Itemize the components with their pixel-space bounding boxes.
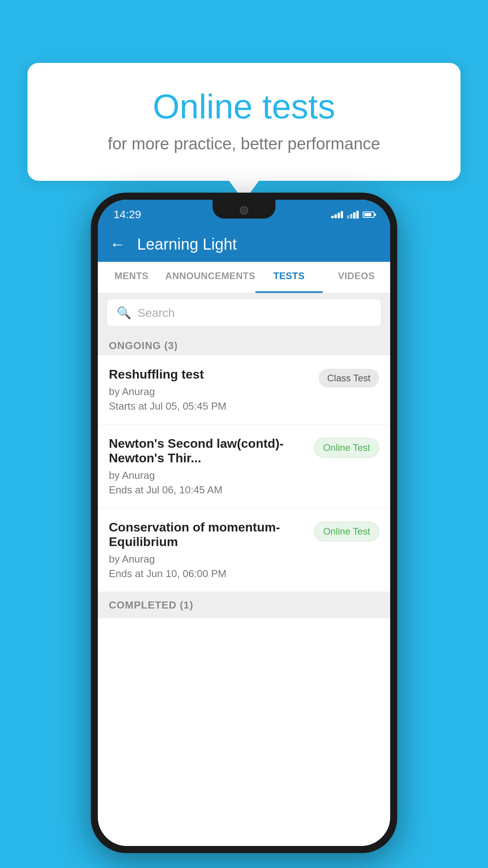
battery-icon [363,211,374,218]
phone-notch [213,200,275,219]
tab-bar: MENTS ANNOUNCEMENTS TESTS VIDEOS [98,262,390,293]
test-info-reshuffling: Reshuffling test by Anurag Starts at Jul… [109,367,319,412]
app-title: Learning Light [137,235,237,253]
status-time: 14:29 [114,205,141,221]
test-time-newton: Ends at Jul 06, 10:45 AM [109,484,314,496]
test-time-conservation: Ends at Jun 10, 06:00 PM [109,568,314,580]
test-info-newton: Newton's Second law(contd)-Newton's Thir… [109,436,314,496]
test-name-newton: Newton's Second law(contd)-Newton's Thir… [109,436,314,465]
phone-frame: 14:29 [91,193,397,853]
app-header: ← Learning Light [98,226,390,262]
search-icon: 🔍 [117,306,131,320]
test-author-conservation: by Anurag [109,553,314,565]
test-author-newton: by Anurag [109,469,314,482]
speech-bubble: Online tests for more practice, better p… [28,63,460,181]
test-item-conservation[interactable]: Conservation of momentum-Equilibrium by … [98,508,390,592]
test-item-reshuffling[interactable]: Reshuffling test by Anurag Starts at Jul… [98,355,390,425]
ongoing-section-label: ONGOING (3) [98,333,390,359]
camera [240,206,248,215]
tab-ments[interactable]: MENTS [98,262,165,293]
test-author-reshuffling: by Anurag [109,386,319,398]
test-name-reshuffling: Reshuffling test [109,367,319,382]
tests-list: Reshuffling test by Anurag Starts at Jul… [98,355,390,846]
back-button[interactable]: ← [110,235,125,253]
test-badge-reshuffling: Class Test [319,369,379,388]
test-item-newton[interactable]: Newton's Second law(contd)-Newton's Thir… [98,425,390,508]
test-name-conservation: Conservation of momentum-Equilibrium [109,520,314,549]
tab-videos[interactable]: VIDEOS [323,262,390,293]
test-info-conservation: Conservation of momentum-Equilibrium by … [109,520,314,580]
search-bar[interactable]: 🔍 Search [107,300,381,326]
bubble-title: Online tests [59,86,429,127]
status-icons [331,208,374,219]
signal-icon [347,211,359,219]
test-time-reshuffling: Starts at Jul 05, 05:45 PM [109,400,319,412]
wifi-icon [331,211,343,218]
search-input[interactable]: Search [138,306,175,320]
bubble-subtitle: for more practice, better performance [59,134,429,153]
completed-section-label: COMPLETED (1) [98,592,390,618]
test-badge-newton: Online Test [314,438,379,458]
test-badge-conservation: Online Test [314,522,379,541]
tab-announcements[interactable]: ANNOUNCEMENTS [165,262,255,293]
phone-screen: 14:29 [98,200,390,846]
search-container: 🔍 Search [98,293,390,332]
tab-tests[interactable]: TESTS [255,262,323,293]
